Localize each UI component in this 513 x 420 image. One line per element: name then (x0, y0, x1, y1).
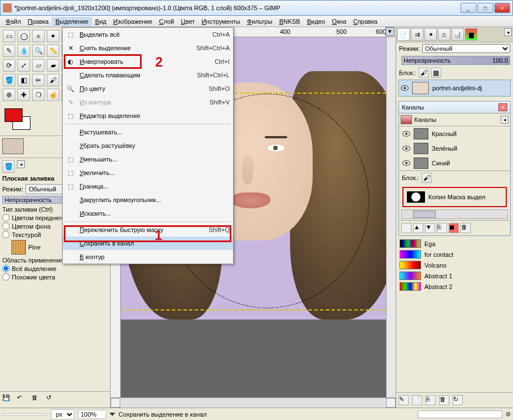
menu-image[interactable]: Изображение (109, 17, 155, 26)
radio-similar[interactable] (2, 273, 10, 281)
channel-new-icon[interactable] (401, 223, 411, 233)
vertical-scrollbar[interactable] (386, 37, 396, 397)
zoom-field[interactable]: 100% (78, 410, 106, 419)
menu-layer[interactable]: Слой (156, 17, 178, 26)
tool-perspective[interactable]: ▰ (47, 59, 59, 72)
menu-item[interactable]: ⬚Уменьшить... (63, 152, 233, 166)
toolopt-tab-icon[interactable]: 🪣 (2, 160, 15, 173)
gradient-item[interactable]: Volcano (400, 260, 510, 270)
tool-rect-select[interactable]: ▭ (3, 30, 15, 42)
tab-colormap-icon[interactable]: ▆ (465, 28, 477, 41)
close-button[interactable]: × (494, 3, 510, 13)
menu-item[interactable]: В контур (63, 250, 233, 264)
menu-item[interactable]: Сохранить в канал (63, 237, 233, 250)
menu-item[interactable]: Исказить... (63, 207, 233, 220)
minimize-button[interactable]: _ (461, 3, 476, 13)
channel-lock-icon[interactable]: 🖌 (422, 173, 432, 183)
menu-item[interactable]: ◐ИнвертироватьCtrl+I (63, 55, 233, 68)
menu-video[interactable]: Видео (304, 17, 328, 26)
menu-item[interactable]: ⬚Граница... (63, 180, 233, 193)
tool-blur[interactable]: ❍ (32, 89, 45, 101)
menu-item[interactable]: Растушевать... (63, 125, 233, 139)
gradient-item[interactable]: Abstract 2 (400, 281, 510, 292)
horizontal-scrollbar[interactable] (120, 398, 386, 408)
channel-visibility-icon[interactable] (402, 160, 410, 166)
tool-brush[interactable]: 🖌 (47, 74, 59, 86)
menu-windows[interactable]: Окна (328, 17, 350, 26)
tool-rotate[interactable]: ⟳ (3, 59, 15, 72)
restore-preset-icon[interactable]: ↶ (17, 394, 28, 405)
color-swatch[interactable] (5, 108, 33, 131)
panel-menu-icon[interactable]: ◂ (504, 28, 512, 36)
menu-item[interactable]: Переключить быструю маскуShift+Q (63, 223, 233, 237)
menu-item[interactable]: ✕Снять выделениеShift+Ctrl+A (63, 41, 233, 55)
tab-histogram-icon[interactable]: 📊 (451, 28, 464, 41)
channels-tab-icon[interactable] (401, 115, 412, 124)
selection-mask-item[interactable]: Копия Маска выдел (402, 187, 507, 207)
menu-bnksb[interactable]: BNKSB (276, 17, 304, 26)
gradient-edit-icon[interactable]: ✎ (398, 395, 409, 405)
gradient-item[interactable]: Ega (400, 238, 510, 249)
menu-item[interactable]: Убрать растушёвку (63, 139, 233, 152)
tab-channels-icon[interactable]: ⇉ (411, 28, 423, 41)
channels-hscroll[interactable] (401, 209, 508, 219)
menu-select[interactable]: Выделение (52, 17, 91, 26)
tab-paths-icon[interactable]: ✦ (424, 28, 437, 41)
gradient-item[interactable]: Abstract 1 (400, 270, 510, 281)
tool-heal[interactable]: ✚ (17, 89, 30, 101)
canvas-menu-icon[interactable]: ▾ (385, 27, 394, 36)
layer-mode-select[interactable]: Обычный (422, 44, 510, 53)
menu-item[interactable]: Закруглить прямоугольник... (63, 193, 233, 207)
radio-pattern[interactable] (2, 231, 10, 238)
menu-item[interactable]: ⬚Редактор выделения (63, 109, 233, 123)
toolopt-menu-icon[interactable]: ◂ (17, 160, 25, 168)
radio-bg[interactable] (2, 222, 10, 230)
tool-scale[interactable]: ⤢ (17, 59, 30, 72)
channel-del-icon[interactable]: 🗑 (461, 223, 471, 233)
tool-clone[interactable]: ⊕ (3, 89, 15, 101)
menu-item[interactable]: ⬚Увеличить... (63, 166, 233, 180)
fg-color[interactable] (5, 108, 23, 122)
menu-item[interactable]: 🔍По цветуShift+O (63, 82, 233, 95)
tool-bucket[interactable]: 🪣 (3, 74, 15, 86)
layer-opacity-slider[interactable]: Непрозрачность 100.0 (401, 56, 510, 65)
tool-zoom[interactable]: 🔍 (32, 45, 45, 57)
tool-shear[interactable]: ▱ (32, 59, 45, 72)
tab-layers-icon[interactable]: 📄 (397, 28, 410, 41)
tool-ellipse-select[interactable]: ◯ (17, 30, 30, 42)
channels-menu-icon[interactable]: ◂ (501, 116, 508, 124)
tool-measure[interactable]: 📏 (47, 45, 59, 57)
lock-pixels-icon[interactable]: 🖌 (419, 68, 429, 78)
radio-fg[interactable] (2, 214, 10, 221)
menu-edit[interactable]: Правка (24, 17, 52, 26)
channel-red[interactable]: Красный (399, 126, 510, 141)
menu-file[interactable]: Файл (2, 17, 24, 26)
pattern-preview[interactable] (11, 240, 26, 255)
tool-paths[interactable]: ✎ (3, 45, 15, 57)
reset-preset-icon[interactable]: ↺ (46, 394, 58, 405)
channel-visibility-icon[interactable] (402, 146, 410, 151)
layer-visibility-icon[interactable] (401, 85, 409, 91)
menu-filters[interactable]: Фильтры (244, 17, 276, 26)
gradient-new-icon[interactable]: 📄 (412, 395, 422, 405)
tab-undo-icon[interactable]: ⎌ (438, 28, 450, 41)
cancel-icon[interactable]: ⊘ (506, 410, 511, 418)
tool-picker[interactable]: 💧 (17, 45, 30, 57)
quickmask-toggle[interactable] (111, 398, 120, 408)
lock-alpha-icon[interactable]: ▦ (431, 68, 441, 78)
channel-blue[interactable]: Синий (399, 156, 510, 170)
zoom-dropdown-icon[interactable] (109, 413, 115, 416)
gradient-dup-icon[interactable]: ⎘ (426, 395, 436, 405)
gradient-item[interactable]: for contact (400, 249, 510, 260)
channel-tosel-icon[interactable]: ◼ (449, 223, 459, 233)
tool-smudge[interactable]: ☝ (47, 89, 59, 101)
tool-gradient[interactable]: ◧ (17, 74, 30, 86)
channel-raise-icon[interactable]: ▲ (413, 223, 423, 233)
menu-tools[interactable]: Инструменты (198, 17, 244, 26)
layer-item[interactable]: portret-andjelini-dj (398, 80, 511, 97)
channel-green[interactable]: Зелёный (399, 141, 510, 156)
menu-view[interactable]: Вид (92, 17, 110, 26)
channel-visibility-icon[interactable] (402, 131, 410, 137)
tool-pencil[interactable]: ✏ (32, 74, 45, 86)
tool-fuzzy-select[interactable]: ✦ (47, 30, 59, 42)
